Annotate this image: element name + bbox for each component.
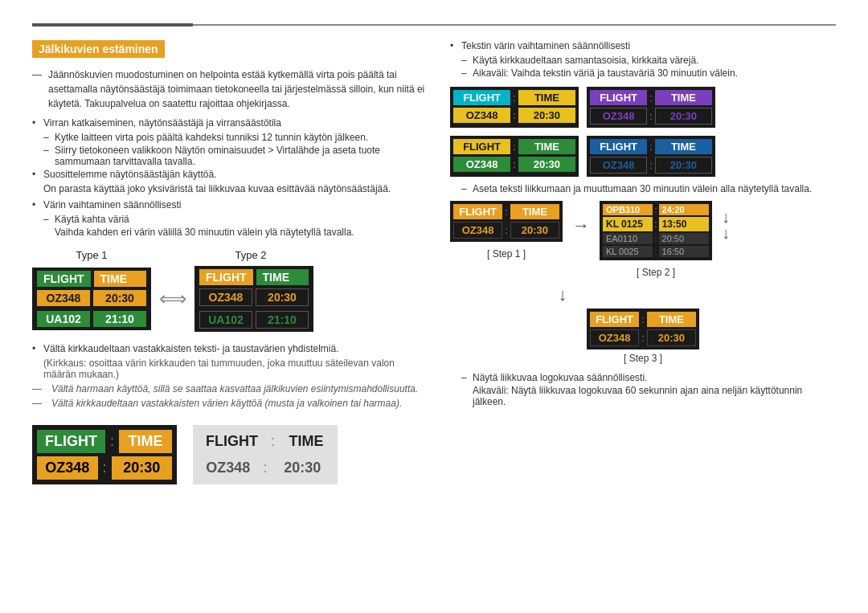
vb1-d1: OZ348 bbox=[453, 108, 510, 123]
down-arrow1: ↓ bbox=[722, 209, 730, 225]
step1-d1: OZ348 bbox=[453, 222, 502, 239]
big-board-light-header: FLIGHT : TIME bbox=[198, 430, 333, 453]
step3-board: FLIGHT : TIME OZ348 : 20:30 bbox=[587, 309, 699, 349]
right-dot1: Tekstin värin vaihtaminen säännöllisesti bbox=[450, 40, 836, 51]
dash1a: Kytke laitteen virta pois päältä kahdeks… bbox=[32, 132, 426, 143]
vb1-h2: TIME bbox=[518, 90, 575, 105]
step1-board: FLIGHT : TIME OZ348 : 20:30 bbox=[450, 201, 563, 242]
vb1-d2: 20:30 bbox=[518, 108, 575, 123]
type1-oz348: OZ348 bbox=[37, 290, 90, 306]
big-board-dark-d1: OZ348 bbox=[37, 456, 98, 480]
variant-board-2: FLIGHT : TIME OZ348 : 20:30 bbox=[587, 87, 715, 128]
type1-label: Type 1 bbox=[32, 249, 151, 261]
vb3-d2: 20:30 bbox=[518, 157, 575, 172]
warn3: Vältä kirkkaudeltaan vastakkaisten värie… bbox=[32, 398, 426, 409]
s2-r3-c1: EA0110 bbox=[603, 233, 653, 244]
vb4-h1: FLIGHT bbox=[590, 139, 647, 154]
type1-2110: 21:10 bbox=[93, 311, 146, 327]
vb4-h2: TIME bbox=[655, 139, 712, 154]
vb4-d1: OZ348 bbox=[590, 157, 647, 174]
steps-area: FLIGHT : TIME OZ348 : 20:30 [ Step 1 ] → bbox=[450, 201, 836, 278]
step3-h1: FLIGHT bbox=[590, 312, 639, 327]
left-column: Jälkikuvien estäminen Jäännöskuvien muod… bbox=[32, 40, 426, 484]
step3-label: [ Step 3 ] bbox=[624, 353, 662, 364]
step2-to-step3-arrow: ↓ bbox=[559, 284, 567, 305]
s2-r4-colon: : bbox=[654, 246, 657, 257]
big-board-dark-colon1: : bbox=[108, 430, 116, 453]
s2-r2-c2: 13:50 bbox=[659, 217, 709, 231]
bottom-boards-row: FLIGHT : TIME OZ348 : 20:30 FLIGHT : bbox=[32, 425, 426, 484]
vb1-c2: : bbox=[513, 108, 516, 123]
big-board-light-colon1: : bbox=[269, 430, 276, 453]
big-board-dark-d2: 20:30 bbox=[112, 456, 173, 480]
type2-h-time: TIME bbox=[256, 269, 309, 285]
vb2-h2: TIME bbox=[655, 90, 712, 105]
big-board-light-colon2: : bbox=[262, 456, 269, 480]
type2-oz348: OZ348 bbox=[199, 288, 252, 306]
type2-header-row: FLIGHT TIME bbox=[194, 266, 313, 287]
big-board-light-h1: FLIGHT bbox=[198, 430, 266, 453]
big-board-light-data: OZ348 : 20:30 bbox=[198, 456, 333, 480]
step3-c2: : bbox=[641, 329, 645, 346]
vb2-d1: OZ348 bbox=[590, 108, 647, 125]
step1-c: : bbox=[505, 204, 508, 219]
big-board-light-h2: TIME bbox=[280, 430, 333, 453]
sub2: On parasta käyttää joko yksiväristä tai … bbox=[32, 183, 426, 194]
step1-d2: 20:30 bbox=[510, 222, 559, 239]
bottom-notes: Näytä liikkuvaa logokuvaa säännöllisesti… bbox=[450, 372, 836, 407]
type2-data-row2: UA102 21:10 bbox=[194, 309, 313, 332]
type2-2030: 20:30 bbox=[256, 288, 309, 306]
step3-c: : bbox=[641, 312, 645, 327]
big-board-dark-colon2: : bbox=[101, 456, 108, 480]
step3-area: ↓ FLIGHT : TIME OZ348 : 20:30 [ Step 3 ] bbox=[450, 284, 836, 364]
big-board-dark-h1: FLIGHT bbox=[37, 430, 105, 453]
vb2-c1: : bbox=[649, 90, 653, 105]
vb4-c1: : bbox=[649, 139, 653, 154]
type2-board: FLIGHT TIME OZ348 20:30 UA102 21:10 bbox=[194, 266, 313, 332]
vb3-c1: : bbox=[513, 139, 516, 154]
s2-r1-c2: 24:20 bbox=[659, 204, 709, 215]
vb3-h1: FLIGHT bbox=[453, 139, 510, 154]
big-board-light-d1: OZ348 bbox=[198, 456, 259, 480]
type2-2110: 21:10 bbox=[256, 311, 309, 329]
s2-r3-colon: : bbox=[654, 233, 657, 244]
step3-h2: TIME bbox=[647, 312, 696, 327]
type1-data-row2: UA102 21:10 bbox=[32, 309, 151, 330]
right-dash1: Käytä kirkkaudeltaan samantasoisia, kirk… bbox=[450, 55, 836, 66]
type1-h-time: TIME bbox=[94, 271, 146, 287]
type-labels: Type 1 Type 2 bbox=[32, 249, 426, 261]
s2-r2-colon: : bbox=[654, 217, 657, 231]
big-board-dark-data: OZ348 : 20:30 bbox=[37, 456, 172, 480]
note2-dash: Näytä liikkuvaa logokuvaa säännöllisesti… bbox=[450, 372, 836, 383]
big-board-dark: FLIGHT : TIME OZ348 : 20:30 bbox=[32, 425, 177, 484]
type1-2030: 20:30 bbox=[93, 290, 146, 306]
vb3-d1: OZ348 bbox=[453, 157, 510, 172]
vb1-h1: FLIGHT bbox=[453, 90, 510, 105]
step1-label: [ Step 1 ] bbox=[487, 248, 526, 260]
warn2: Vältä harmaan käyttöä, sillä se saattaa … bbox=[32, 383, 426, 394]
big-board-dark-header: FLIGHT : TIME bbox=[37, 430, 172, 453]
variant-board-4: FLIGHT : TIME OZ348 : 20:30 bbox=[587, 136, 715, 177]
s2-r4-c1: KL 0025 bbox=[603, 246, 653, 257]
right-column: Tekstin värin vaihtaminen säännöllisesti… bbox=[450, 40, 836, 484]
step1-h1: FLIGHT bbox=[453, 204, 502, 219]
bullet1: Virran katkaiseminen, näytönsäästäjä ja … bbox=[32, 117, 426, 129]
step2-label: [ Step 2 ] bbox=[637, 267, 675, 278]
step1-to-step2-arrow: → bbox=[572, 215, 590, 236]
note2-sub: Aikaväli: Näytä liikkuvaa logokuvaa 60 s… bbox=[450, 385, 836, 407]
type1-header-row: FLIGHT TIME bbox=[32, 268, 151, 288]
s2-r2-c1: KL 0125 bbox=[603, 217, 653, 231]
vb1-c1: : bbox=[513, 90, 516, 105]
vb2-d2: 20:30 bbox=[655, 108, 712, 125]
vb4-d2: 20:30 bbox=[655, 157, 712, 174]
step3-d2: 20:30 bbox=[647, 329, 696, 346]
s2-r1-colon: : bbox=[654, 204, 657, 215]
bullet3: Värin vaihtaminen säännöllisesti bbox=[32, 199, 426, 210]
variant-board-1: FLIGHT : TIME OZ348 : 20:30 bbox=[450, 87, 579, 128]
s2-r1-c1: OPB310 bbox=[603, 204, 653, 215]
intro-text: Jäännöskuvien muodostuminen on helpointa… bbox=[32, 67, 426, 111]
vb2-h1: FLIGHT bbox=[590, 90, 647, 105]
page: Jälkikuvien estäminen Jäännöskuvien muod… bbox=[0, 0, 868, 613]
big-board-dark-h2: TIME bbox=[119, 430, 172, 453]
variant-board-3: FLIGHT : TIME OZ348 : 20:30 bbox=[450, 136, 579, 177]
